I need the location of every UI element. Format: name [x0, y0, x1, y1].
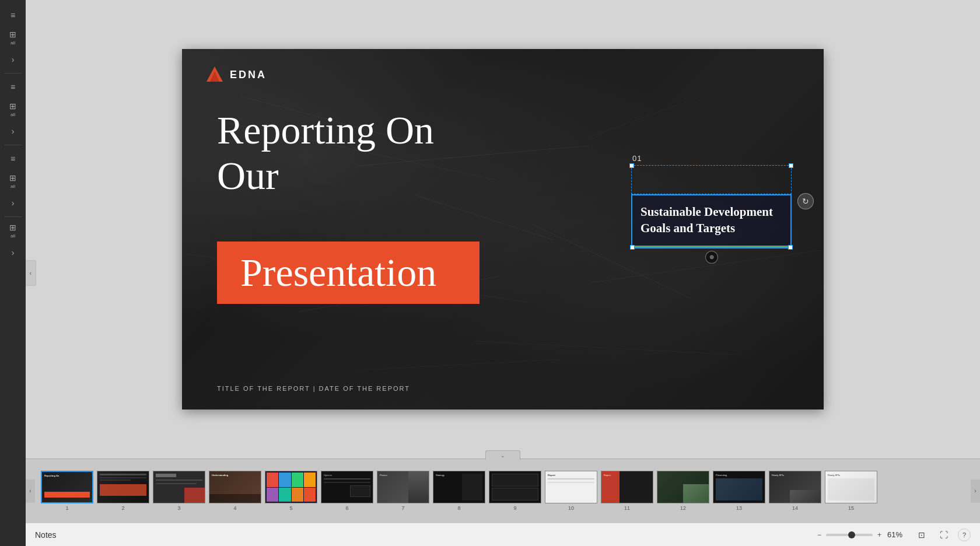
notes-bar: Notes − + 61% ⊡ ⛶ ? [26, 523, 980, 546]
sidebar-item-3[interactable]: › [2, 49, 23, 70]
fullscreen-button[interactable]: ⛶ [936, 527, 952, 543]
slide-caption: TITLE OF THE REPORT | DATE OF THE REPORT [217, 385, 410, 392]
thumbnail-10[interactable]: Report 10 [545, 471, 597, 511]
thumb-num-9: 9 [513, 505, 516, 511]
rotate-icon: ↻ [802, 197, 809, 206]
strip-scroll-left[interactable]: ‹ [26, 480, 35, 503]
grid-icon-5: ⊞ [9, 102, 16, 111]
sidebar-label-10: all [10, 233, 15, 239]
thumbnail-3[interactable]: 3 [153, 471, 205, 511]
strip-area: ⌄ ‹ Reporting On 1 [26, 459, 980, 523]
thumb-num-12: 12 [680, 505, 686, 511]
sidebar-item-4[interactable]: ≡ [2, 76, 23, 97]
title-line2: Our [217, 153, 434, 198]
thumb-img-12 [657, 471, 709, 503]
sidebar-item-7[interactable]: ≡ [2, 148, 23, 169]
resize-handle-br[interactable] [788, 245, 793, 250]
zoom-plus-icon[interactable]: + [877, 531, 881, 539]
fit-page-icon: ⊡ [918, 530, 925, 540]
thumb-num-10: 10 [568, 505, 574, 511]
resize-handle-tl[interactable] [629, 163, 634, 168]
thumb-img-7: Person [377, 471, 429, 503]
thumb-img-15: Ready KPIs [825, 471, 877, 503]
thumb-num-14: 14 [792, 505, 798, 511]
notes-controls: − + 61% ⊡ ⛶ ? [817, 527, 971, 543]
thumbnail-2[interactable]: 2 [97, 471, 149, 511]
thumbnail-12[interactable]: 12 [657, 471, 709, 511]
resize-handle-bl[interactable] [630, 245, 635, 250]
rotate-handle[interactable]: ↻ [797, 193, 814, 209]
grid-icon: ⊞ [9, 30, 16, 39]
thumbnail-8[interactable]: Strategy 8 [433, 471, 485, 511]
sidebar-item-9[interactable]: › [2, 192, 23, 214]
sidebar-item-2[interactable]: ⊞ all [2, 27, 23, 48]
sidebar-label-2: all [10, 40, 15, 46]
help-button[interactable]: ? [958, 528, 971, 541]
help-icon: ? [963, 531, 966, 538]
thumbnail-9[interactable]: 9 [489, 471, 541, 511]
thumb-img-1: Reporting On [41, 471, 93, 503]
thumb-num-13: 13 [736, 505, 742, 511]
thumb-img-10: Report [545, 471, 597, 503]
thumbnail-14[interactable]: Ready KPIs 14 [769, 471, 821, 511]
logo-icon [205, 65, 224, 84]
zoom-slider-container: − + [817, 531, 881, 539]
slide-main-title: Reporting On Our [217, 107, 434, 198]
chevron-icon-3: › [12, 55, 15, 64]
thumb-num-3: 3 [177, 505, 180, 511]
grid-icon-10: ⊞ [9, 223, 16, 232]
sidebar-item-1[interactable]: ≡ [2, 5, 23, 26]
menu-icon: ≡ [10, 10, 15, 20]
sidebar-item-10[interactable]: ⊞ all [2, 220, 23, 241]
slide-logo: EDNA [205, 65, 267, 84]
thumb-num-15: 15 [848, 505, 854, 511]
move-handle[interactable]: ⊕ [705, 251, 718, 264]
sidebar-item-8[interactable]: ⊞ all [2, 170, 23, 191]
menu-icon-7: ≡ [10, 154, 15, 163]
slide-canvas[interactable]: EDNA Reporting On Our Presentation TITLE… [182, 49, 824, 410]
sidebar-divider-2 [4, 145, 22, 145]
move-icon: ⊕ [709, 254, 714, 260]
thumbnail-7[interactable]: Person 7 [377, 471, 429, 511]
thumb-img-4: Understanding [209, 471, 261, 503]
sidebar-divider-3 [4, 216, 22, 217]
strip-scroll-right[interactable]: › [971, 480, 980, 503]
left-sidebar: ≡ ⊞ all › ≡ ⊞ all › ≡ ⊞ all › [0, 0, 26, 546]
fit-page-button[interactable]: ⊡ [914, 527, 930, 543]
thumbnail-11[interactable]: Report 11 [601, 471, 653, 511]
sidebar-label-5: all [10, 112, 15, 117]
sidebar-item-5[interactable]: ⊞ all [2, 99, 23, 120]
thumbnail-1[interactable]: Reporting On 1 [41, 471, 93, 511]
textbox-content-area[interactable]: Sustainable Development Goals and Target… [631, 194, 792, 249]
thumbnail-15[interactable]: Ready KPIs 15 [825, 471, 877, 511]
zoom-slider[interactable] [826, 534, 873, 536]
thumb-img-2 [97, 471, 149, 503]
zoom-minus-icon[interactable]: − [817, 531, 821, 539]
zoom-thumb[interactable] [848, 531, 855, 538]
thumbnail-4[interactable]: Understanding 4 [209, 471, 261, 511]
thumbnail-13[interactable]: Presenting 13 [713, 471, 765, 511]
title-line1: Reporting On [217, 107, 434, 153]
thumbnail-6[interactable]: Options 6 [321, 471, 373, 511]
slide-panel: EDNA Reporting On Our Presentation TITLE… [26, 0, 980, 546]
menu-icon-4: ≡ [10, 82, 15, 92]
thumbnail-5[interactable]: 5 [265, 471, 317, 511]
notes-label: Notes [35, 530, 57, 540]
thumb-num-5: 5 [289, 505, 292, 511]
fullscreen-icon: ⛶ [940, 530, 948, 540]
main-content: EDNA Reporting On Our Presentation TITLE… [26, 0, 980, 459]
textbox-bottom-accent [632, 246, 790, 247]
sidebar-collapse-button[interactable]: ‹ [26, 260, 36, 286]
chevron-icon-9: › [12, 198, 15, 208]
thumb-img-9 [489, 471, 541, 503]
resize-handle-tr[interactable] [789, 163, 793, 168]
grid-icon-8: ⊞ [9, 173, 16, 183]
highlight-text: Presentation [240, 250, 436, 295]
thumb-num-1: 1 [65, 505, 68, 511]
sidebar-item-11[interactable]: › [2, 242, 23, 263]
chevron-icon-11: › [12, 248, 15, 257]
thumb-num-6: 6 [345, 505, 348, 511]
strip-collapse-button[interactable]: ⌄ [485, 450, 520, 460]
selected-text-element[interactable]: 01 Sustainable Development Goals and Tar… [631, 154, 792, 249]
sidebar-item-6[interactable]: › [2, 121, 23, 142]
